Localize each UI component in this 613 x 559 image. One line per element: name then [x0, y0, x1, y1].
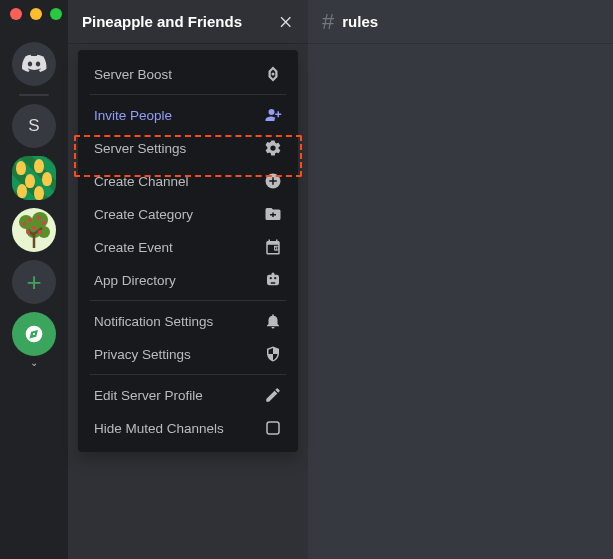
minimize-window[interactable]	[30, 8, 42, 20]
svg-point-11	[272, 73, 275, 76]
svg-point-8	[32, 226, 36, 230]
menu-item-label: Create Channel	[94, 174, 189, 189]
menu-item-privacy-settings[interactable]: Privacy Settings	[86, 338, 290, 370]
menu-item-edit-server-profile[interactable]: Edit Server Profile	[86, 379, 290, 411]
channel-name: rules	[342, 13, 378, 30]
main-area: # rules	[308, 0, 613, 559]
pineapple-pattern-icon	[12, 156, 56, 200]
svg-rect-14	[267, 422, 279, 434]
menu-item-invite-people[interactable]: Invite People	[86, 99, 290, 131]
gear-icon	[264, 139, 282, 157]
menu-item-notification-settings[interactable]: Notification Settings	[86, 305, 290, 337]
menu-item-label: Server Settings	[94, 141, 186, 156]
svg-point-10	[26, 230, 30, 234]
menu-item-label: Privacy Settings	[94, 347, 191, 362]
discord-logo-icon	[21, 54, 47, 74]
menu-item-label: Edit Server Profile	[94, 388, 203, 403]
guild-pineapple[interactable]: ⌄	[12, 156, 56, 200]
channel-header: # rules	[308, 0, 613, 44]
guild-s[interactable]: S	[12, 104, 56, 148]
server-menu: Server BoostInvite PeopleServer Settings…	[78, 50, 298, 452]
svg-point-9	[38, 230, 42, 234]
calendar-icon	[264, 238, 282, 256]
plus-circle-icon	[264, 172, 282, 190]
menu-item-create-event[interactable]: Create Event	[86, 231, 290, 263]
window-controls	[10, 8, 62, 20]
menu-item-label: App Directory	[94, 273, 176, 288]
menu-item-label: Server Boost	[94, 67, 172, 82]
pencil-icon	[264, 386, 282, 404]
guild-cherry[interactable]	[12, 208, 56, 252]
shield-icon	[264, 345, 282, 363]
svg-point-4	[22, 222, 26, 226]
server-title: Pineapple and Friends	[82, 13, 242, 30]
menu-item-server-boost[interactable]: Server Boost	[86, 58, 290, 90]
rail-chevron-icon: ⌄	[30, 357, 38, 368]
svg-point-6	[37, 216, 41, 220]
boost-icon	[264, 65, 282, 83]
menu-item-label: Notification Settings	[94, 314, 213, 329]
menu-item-server-settings[interactable]: Server Settings	[86, 132, 290, 164]
menu-separator	[90, 374, 286, 375]
folder-plus-icon	[264, 205, 282, 223]
svg-point-5	[28, 218, 32, 222]
menu-item-hide-muted[interactable]: Hide Muted Channels	[86, 412, 290, 444]
menu-item-label: Invite People	[94, 108, 172, 123]
menu-item-app-directory[interactable]: App Directory	[86, 264, 290, 296]
menu-separator	[90, 300, 286, 301]
menu-item-label: Create Category	[94, 207, 193, 222]
hash-icon: #	[322, 9, 334, 35]
rail-separator	[19, 94, 49, 96]
close-window[interactable]	[10, 8, 22, 20]
menu-item-create-channel[interactable]: Create Channel	[86, 165, 290, 197]
menu-item-label: Create Event	[94, 240, 173, 255]
add-server-button[interactable]: +	[12, 260, 56, 304]
home-button[interactable]	[12, 42, 56, 86]
guild-rail: S ⌄ + ⌄	[0, 0, 68, 559]
robot-icon	[264, 271, 282, 289]
invite-icon	[264, 106, 282, 124]
explore-servers-button[interactable]	[12, 312, 56, 356]
menu-item-label: Hide Muted Channels	[94, 421, 224, 436]
zoom-window[interactable]	[50, 8, 62, 20]
server-header[interactable]: Pineapple and Friends	[68, 0, 308, 44]
svg-point-7	[42, 221, 46, 225]
cherry-tree-icon	[12, 208, 56, 252]
menu-separator	[90, 94, 286, 95]
compass-icon	[24, 324, 44, 344]
bell-icon	[264, 312, 282, 330]
checkbox-icon	[264, 419, 282, 437]
close-icon[interactable]	[278, 14, 294, 30]
menu-item-create-category[interactable]: Create Category	[86, 198, 290, 230]
